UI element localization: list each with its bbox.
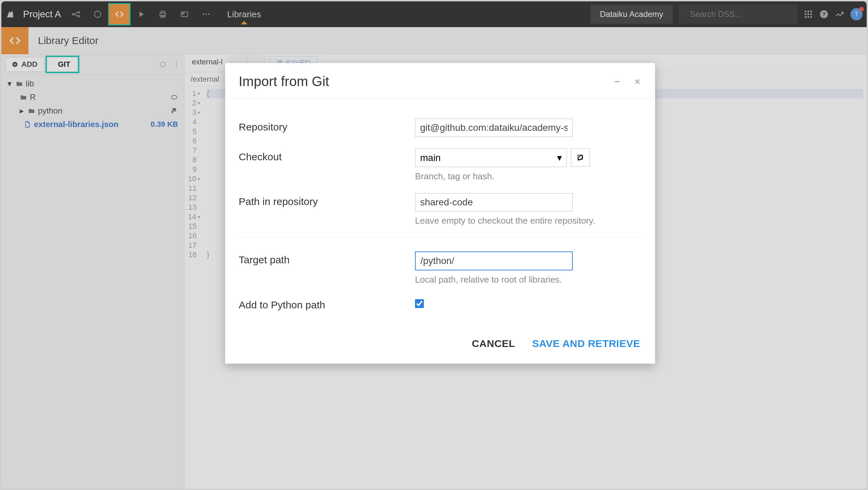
- target-label: Target path: [239, 251, 415, 266]
- save-retrieve-button[interactable]: SAVE AND RETRIEVE: [532, 338, 640, 349]
- edit-checkout-button[interactable]: [571, 148, 590, 167]
- modal-title: Import from Git: [239, 74, 329, 89]
- checkout-label: Checkout: [239, 148, 415, 163]
- close-icon[interactable]: [633, 78, 642, 86]
- path-label: Path in repository: [239, 193, 415, 207]
- import-git-modal: Import from Git Repository Checkout main: [225, 63, 655, 364]
- add-python-checkbox[interactable]: [415, 299, 424, 308]
- checkout-help: Branch, tag or hash.: [415, 171, 642, 182]
- checkout-select[interactable]: main ▾: [415, 148, 567, 167]
- edit-icon: [577, 154, 584, 161]
- divider: [239, 238, 642, 238]
- cancel-button[interactable]: CANCEL: [472, 338, 515, 349]
- add-python-label: Add to Python path: [239, 297, 415, 311]
- chevron-down-icon: ▾: [557, 152, 562, 163]
- minimize-icon[interactable]: [613, 78, 621, 86]
- repository-label: Repository: [239, 119, 415, 133]
- target-help: Local path, relative to root of librarie…: [415, 274, 642, 285]
- checkout-value: main: [420, 152, 441, 163]
- repository-input[interactable]: [415, 119, 573, 137]
- target-input[interactable]: [415, 251, 573, 270]
- path-help: Leave empty to checkout the entire repos…: [415, 216, 642, 226]
- path-input[interactable]: [415, 193, 573, 211]
